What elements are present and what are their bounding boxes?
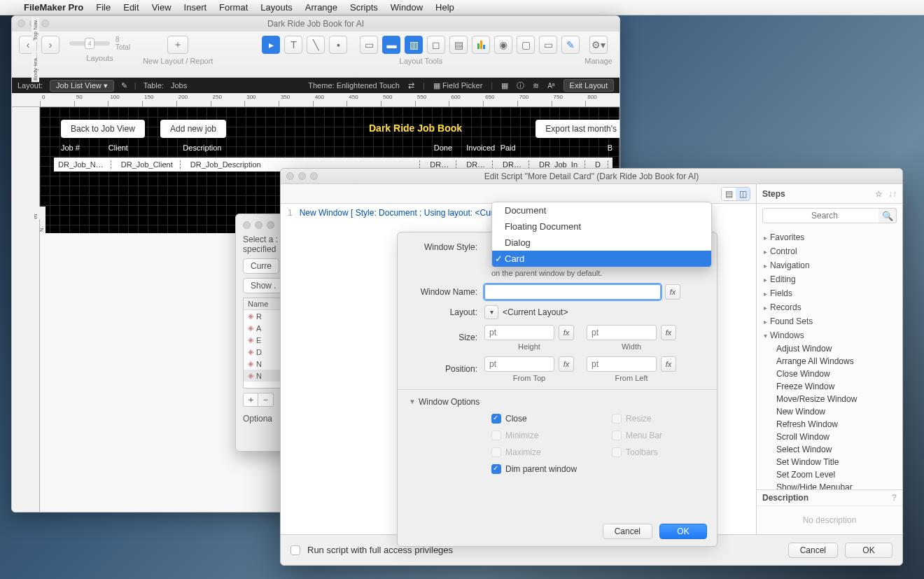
dropdown-item-dialog[interactable]: Dialog xyxy=(492,235,711,251)
fx-button[interactable]: fx xyxy=(661,356,676,372)
popover-tool-icon[interactable]: ▢ xyxy=(517,36,535,54)
menu-layouts[interactable]: Layouts xyxy=(260,2,293,13)
dropdown-item-document[interactable]: Document xyxy=(492,202,711,218)
menu-arrange[interactable]: Arrange xyxy=(305,2,337,13)
remove-button[interactable]: － xyxy=(258,393,274,407)
ok-button[interactable]: OK xyxy=(845,543,892,558)
window-controls[interactable] xyxy=(286,172,318,180)
theme-swap-icon[interactable]: ⇄ xyxy=(408,81,414,90)
fx-button[interactable]: fx xyxy=(661,325,676,340)
stack-icon[interactable]: ≋ xyxy=(533,81,539,90)
step-item[interactable]: Set Window Title xyxy=(757,456,902,468)
width-input[interactable] xyxy=(587,325,657,340)
button-tool-icon[interactable]: ▬ xyxy=(382,36,400,54)
back-button[interactable]: Back to Job View xyxy=(61,120,145,138)
app-menu[interactable]: FileMaker Pro xyxy=(24,2,83,13)
chart-tool-icon[interactable] xyxy=(472,36,490,54)
field-tool-icon[interactable]: ▭ xyxy=(360,36,378,54)
height-input[interactable] xyxy=(484,325,554,340)
tab-tool-icon[interactable]: ◻ xyxy=(427,36,445,54)
step-item[interactable]: Adjust Window xyxy=(757,342,902,355)
text-tool-icon[interactable]: T xyxy=(284,36,302,54)
menu-help[interactable]: Help xyxy=(435,2,454,13)
close-checkbox[interactable] xyxy=(491,414,501,424)
help-icon[interactable]: ? xyxy=(892,493,897,503)
cancel-button[interactable]: Cancel xyxy=(603,524,652,539)
menu-file[interactable]: File xyxy=(96,2,111,13)
slide-tool-icon[interactable]: ▭ xyxy=(539,36,557,54)
layout-selector[interactable]: Job List View ▾ xyxy=(50,80,114,92)
favorite-icon[interactable]: ☆ xyxy=(875,189,883,199)
step-item[interactable]: New Window xyxy=(757,405,902,418)
fx-button[interactable]: fx xyxy=(559,356,574,372)
cancel-button[interactable]: Cancel xyxy=(788,543,838,558)
menu-scripts[interactable]: Scripts xyxy=(350,2,378,13)
manage-gear-icon[interactable]: ⚙︎▾ xyxy=(589,36,608,54)
pencil-icon[interactable]: ✎ xyxy=(121,81,127,90)
portal-tool-icon[interactable]: ▤ xyxy=(449,36,468,54)
new-layout-button[interactable]: ＋ xyxy=(167,36,188,54)
disclosure-icon[interactable]: ▼ xyxy=(409,398,416,405)
dropdown-item-floating[interactable]: Floating Document xyxy=(492,218,711,235)
grid-icon[interactable]: ▦ xyxy=(501,81,508,90)
menu-window[interactable]: Window xyxy=(391,2,423,13)
category-windows[interactable]: Windows xyxy=(757,328,902,342)
menu-format[interactable]: Format xyxy=(219,2,248,13)
left-input[interactable] xyxy=(587,356,657,372)
webviewer-tool-icon[interactable]: ◉ xyxy=(494,36,512,54)
step-item[interactable]: Select Window xyxy=(757,443,902,456)
step-item[interactable]: Refresh Window xyxy=(757,418,902,431)
line-tool-icon[interactable]: ╲ xyxy=(307,36,325,54)
category-foundsets[interactable]: Found Sets xyxy=(757,314,902,328)
step-item[interactable]: Show/Hide Menubar xyxy=(757,481,902,489)
search-icon[interactable]: 🔍 xyxy=(878,208,897,223)
steps-search-input[interactable] xyxy=(762,208,897,223)
list-view-icon[interactable]: ▤ xyxy=(722,188,736,200)
category-favorites[interactable]: Favorites xyxy=(757,230,902,244)
menu-insert[interactable]: Insert xyxy=(184,2,207,13)
full-access-checkbox[interactable] xyxy=(290,545,300,555)
horizontal-ruler xyxy=(12,93,620,107)
step-item[interactable]: Freeze Window xyxy=(757,380,902,393)
dropdown-item-card[interactable]: Card xyxy=(492,251,711,267)
layout-dropdown[interactable]: ▾ xyxy=(484,305,498,319)
category-editing[interactable]: Editing xyxy=(757,272,902,286)
category-fields[interactable]: Fields xyxy=(757,286,902,300)
add-job-button[interactable]: Add new job xyxy=(160,120,226,138)
sort-icon[interactable]: ↓↑ xyxy=(888,189,897,199)
step-item[interactable]: Set Zoom Level xyxy=(757,468,902,481)
format-painter-icon[interactable]: ✎ xyxy=(561,36,580,54)
buttonbar-tool-icon[interactable]: ▥ xyxy=(405,36,423,54)
step-item[interactable]: Move/Resize Window xyxy=(757,393,902,405)
add-button[interactable]: ＋ xyxy=(243,393,258,407)
current-button[interactable]: Curre xyxy=(243,258,279,274)
info-icon[interactable]: ⓘ xyxy=(517,81,524,91)
top-input[interactable] xyxy=(484,356,554,372)
step-item[interactable]: Arrange All Windows xyxy=(757,355,902,368)
step-item[interactable]: Scroll Window xyxy=(757,431,902,443)
show-button[interactable]: Show . xyxy=(243,278,284,293)
step-item[interactable]: Close Window xyxy=(757,368,902,380)
category-navigation[interactable]: Navigation xyxy=(757,258,902,272)
record-slider[interactable]: 4 xyxy=(85,38,94,49)
minimize-checkbox xyxy=(491,431,501,440)
ok-button[interactable]: OK xyxy=(659,524,707,539)
menu-edit[interactable]: Edit xyxy=(123,2,139,13)
exit-layout-button[interactable]: Exit Layout xyxy=(564,79,614,92)
export-button[interactable]: Export last month's xyxy=(536,120,620,138)
category-control[interactable]: Control xyxy=(757,244,902,258)
dim-checkbox[interactable] xyxy=(491,464,501,474)
selection-tool-icon[interactable]: ▸ xyxy=(262,36,280,54)
view-segmented[interactable]: ▤ ◫ xyxy=(721,187,750,201)
fx-button[interactable]: fx xyxy=(559,325,574,340)
fx-button[interactable]: fx xyxy=(665,284,680,300)
rectangle-tool-icon[interactable]: ▪ xyxy=(329,36,347,54)
window-style-dropdown[interactable]: Document Floating Document Dialog Card xyxy=(491,202,712,267)
menu-view[interactable]: View xyxy=(152,2,172,13)
split-view-icon[interactable]: ◫ xyxy=(736,188,750,200)
window-name-input[interactable] xyxy=(484,284,661,300)
category-records[interactable]: Records xyxy=(757,300,902,314)
next-record-button[interactable]: › xyxy=(41,36,59,54)
field-picker-button[interactable]: ▦ Field Picker xyxy=(433,81,483,90)
aa-icon[interactable]: Aª xyxy=(547,82,554,90)
